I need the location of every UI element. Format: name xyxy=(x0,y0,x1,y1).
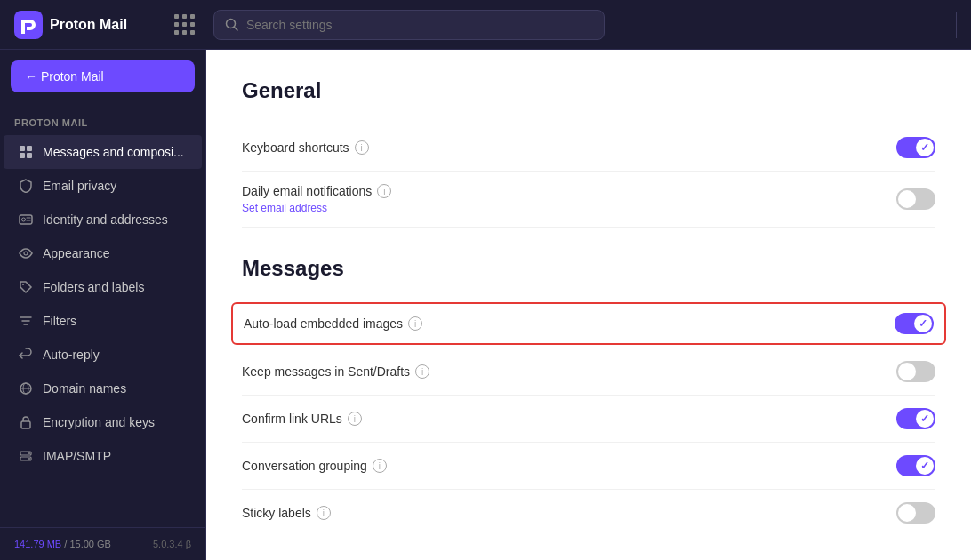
confirm-link-row: Confirm link URLs i ✓ xyxy=(242,396,935,443)
daily-email-toggle[interactable] xyxy=(896,188,935,210)
sidebar-item-email-privacy[interactable]: Email privacy xyxy=(4,169,202,203)
general-section-title: General xyxy=(242,78,935,103)
sidebar-item-imap-label: IMAP/SMTP xyxy=(43,449,111,463)
sticky-labels-label: Sticky labels i xyxy=(242,506,331,520)
sidebar-item-messages[interactable]: Messages and composi... xyxy=(4,135,202,169)
svg-rect-5 xyxy=(20,153,25,158)
top-header: Proton Mail xyxy=(0,0,971,50)
keep-messages-text: Keep messages in Sent/Drafts xyxy=(242,364,410,379)
server-icon xyxy=(18,448,34,464)
sidebar-item-auto-reply[interactable]: Auto-reply xyxy=(4,338,202,372)
keep-messages-info-icon[interactable]: i xyxy=(415,364,429,379)
sidebar-item-folders-label: Folders and labels xyxy=(43,280,144,294)
sticky-labels-toggle-knob xyxy=(898,504,916,522)
sticky-labels-text: Sticky labels xyxy=(242,506,311,520)
tag-icon xyxy=(18,279,34,295)
main-layout: ← Proton Mail PROTON MAIL Messages and c… xyxy=(0,50,971,560)
svg-rect-16 xyxy=(21,421,30,428)
keep-messages-row: Keep messages in Sent/Drafts i xyxy=(242,348,935,396)
sidebar-item-encryption[interactable]: Encryption and keys xyxy=(4,405,202,439)
svg-rect-4 xyxy=(27,146,32,151)
sidebar-item-identity[interactable]: Identity and addresses xyxy=(4,203,202,236)
conversation-grouping-info-icon[interactable]: i xyxy=(373,459,387,473)
svg-rect-0 xyxy=(14,11,43,39)
content-area: General Keyboard shortcuts i ✓ Daily ema… xyxy=(206,50,971,560)
confirm-link-toggle[interactable]: ✓ xyxy=(896,408,935,429)
vertical-divider xyxy=(956,12,957,38)
svg-point-19 xyxy=(28,452,30,454)
sidebar-item-auto-reply-label: Auto-reply xyxy=(43,348,100,362)
confirm-link-toggle-knob: ✓ xyxy=(916,410,934,428)
conversation-grouping-checkmark: ✓ xyxy=(920,460,929,472)
grid-icon xyxy=(18,144,34,160)
svg-point-11 xyxy=(24,252,28,255)
reply-icon xyxy=(18,347,34,363)
storage-info: 141.79 MB / 15.00 GB xyxy=(14,539,111,549)
sidebar-item-filters-label: Filters xyxy=(43,314,76,328)
sidebar-item-filters[interactable]: Filters xyxy=(4,304,202,338)
keyboard-shortcuts-toggle-knob: ✓ xyxy=(916,139,934,156)
sidebar-item-domain-label: Domain names xyxy=(43,381,126,396)
daily-email-row: Daily email notifications i Set email ad… xyxy=(242,172,935,228)
keyboard-shortcuts-label-group: Keyboard shortcuts i xyxy=(242,140,369,155)
logo-area: Proton Mail xyxy=(14,11,156,39)
auto-load-images-toggle[interactable]: ✓ xyxy=(895,313,934,334)
sidebar-item-email-privacy-label: Email privacy xyxy=(43,179,116,193)
sidebar-item-imap[interactable]: IMAP/SMTP xyxy=(4,439,202,473)
sticky-labels-row: Sticky labels i xyxy=(242,490,935,536)
sidebar-item-folders[interactable]: Folders and labels xyxy=(4,270,202,304)
conversation-grouping-text: Conversation grouping xyxy=(242,459,367,473)
conversation-grouping-toggle[interactable]: ✓ xyxy=(896,455,935,476)
proton-logo-icon xyxy=(14,11,43,39)
search-input[interactable] xyxy=(246,18,593,32)
keyboard-shortcuts-checkmark: ✓ xyxy=(920,141,929,154)
confirm-link-info-icon[interactable]: i xyxy=(348,412,362,426)
keyboard-shortcuts-toggle[interactable]: ✓ xyxy=(896,137,935,158)
sidebar-section-label: PROTON MAIL xyxy=(0,103,205,135)
sidebar-item-domain[interactable]: Domain names xyxy=(4,372,202,405)
auto-load-images-info-icon[interactable]: i xyxy=(408,316,422,331)
keep-messages-label: Keep messages in Sent/Drafts i xyxy=(242,364,429,379)
auto-load-images-label: Auto-load embedded images i xyxy=(244,316,422,331)
globe-icon xyxy=(18,380,34,396)
confirm-link-label: Confirm link URLs i xyxy=(242,412,362,426)
set-email-link[interactable]: Set email address xyxy=(242,202,391,214)
auto-load-images-toggle-knob: ✓ xyxy=(914,315,932,332)
daily-email-text: Daily email notifications xyxy=(242,184,372,198)
conversation-grouping-toggle-knob: ✓ xyxy=(916,457,934,475)
sidebar: ← Proton Mail PROTON MAIL Messages and c… xyxy=(0,50,206,560)
search-bar[interactable] xyxy=(213,10,605,40)
keep-messages-toggle-knob xyxy=(898,363,916,380)
header-right xyxy=(956,12,957,38)
back-button[interactable]: ← Proton Mail xyxy=(11,60,195,92)
header-logo-text: Proton Mail xyxy=(50,17,127,33)
sidebar-footer: 141.79 MB / 15.00 GB 5.0.3.4 β xyxy=(0,527,205,560)
keyboard-shortcuts-row: Keyboard shortcuts i ✓ xyxy=(242,124,935,172)
keep-messages-toggle[interactable] xyxy=(896,361,935,382)
messages-section-title: Messages xyxy=(242,256,935,281)
conversation-grouping-row: Conversation grouping i ✓ xyxy=(242,443,935,490)
svg-rect-3 xyxy=(20,146,25,151)
storage-total: 15.00 GB xyxy=(69,539,110,549)
sidebar-item-encryption-label: Encryption and keys xyxy=(43,415,155,429)
storage-used: 141.79 MB xyxy=(14,539,61,549)
version-label: 5.0.3.4 β xyxy=(153,539,191,549)
keyboard-shortcuts-info-icon[interactable]: i xyxy=(355,140,369,155)
id-card-icon xyxy=(18,212,34,228)
apps-grid-button[interactable] xyxy=(171,11,199,39)
search-icon xyxy=(225,18,239,32)
daily-email-label-group: Daily email notifications i Set email ad… xyxy=(242,184,391,214)
daily-email-info-icon[interactable]: i xyxy=(377,184,391,198)
auto-load-images-text: Auto-load embedded images xyxy=(244,316,403,331)
eye-icon xyxy=(18,245,34,261)
sticky-labels-toggle[interactable] xyxy=(896,502,935,524)
conversation-grouping-label: Conversation grouping i xyxy=(242,459,387,473)
confirm-link-text: Confirm link URLs xyxy=(242,412,342,426)
filter-icon xyxy=(18,313,34,329)
lock-icon xyxy=(18,414,34,430)
svg-point-8 xyxy=(22,218,26,221)
sidebar-item-messages-label: Messages and composi... xyxy=(43,145,184,159)
sticky-labels-info-icon[interactable]: i xyxy=(317,506,331,520)
sidebar-item-appearance[interactable]: Appearance xyxy=(4,236,202,270)
svg-point-20 xyxy=(28,458,30,460)
